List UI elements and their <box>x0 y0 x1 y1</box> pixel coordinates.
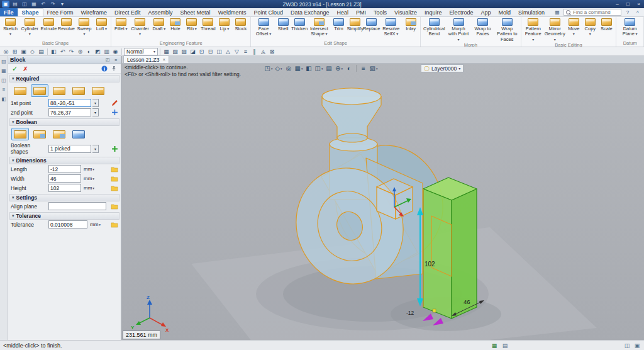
tab-free-form[interactable]: Free Form <box>43 8 77 16</box>
pin-icon[interactable] <box>111 65 117 72</box>
ribbon-button-hole[interactable]: Hole <box>167 18 184 31</box>
half-section-icon[interactable] <box>94 48 102 55</box>
parallel-icon[interactable] <box>250 48 258 55</box>
ribbon-button-revolve[interactable]: Revolve <box>57 18 75 31</box>
ribbon-button-morph-with-point[interactable]: Morph with Point <box>447 18 471 42</box>
first-point-input[interactable] <box>48 99 91 107</box>
ribbon-button-extrude[interactable]: Extrude <box>40 18 57 31</box>
wireframe-mode-icon[interactable] <box>171 48 179 55</box>
close-button[interactable] <box>633 0 644 8</box>
boolean-shapes-input[interactable] <box>48 145 91 153</box>
tab-shape[interactable]: Shape <box>18 8 43 16</box>
transparent-mode-icon[interactable] <box>189 48 197 55</box>
tab-electrode[interactable]: Electrode <box>446 8 477 16</box>
ribbon-button-resolve-selfx[interactable]: Resolve SelfX <box>380 18 402 37</box>
close-document-icon[interactable] <box>163 57 166 62</box>
ribbon-button-sweep[interactable]: Sweep <box>75 18 94 37</box>
section-boolean[interactable]: Boolean <box>9 118 119 126</box>
section-required[interactable]: Required <box>9 75 119 82</box>
second-point-input[interactable] <box>48 108 91 116</box>
tab-file[interactable]: File <box>0 8 18 16</box>
save-icon[interactable] <box>30 1 38 8</box>
block-preview[interactable] <box>423 178 477 319</box>
align-plane-input[interactable] <box>48 202 106 210</box>
tolerance-unit-select[interactable]: mm <box>90 222 101 227</box>
xyz-pick-icon[interactable] <box>111 109 118 116</box>
add-shape-icon[interactable] <box>111 145 118 152</box>
tab-data-exchange[interactable]: Data Exchange <box>287 8 333 16</box>
toggle-display-icon[interactable] <box>85 48 93 55</box>
ribbon-button-wrap-pattern-to-faces[interactable]: Wrap Pattern to Faces <box>495 18 519 42</box>
tab-sheet-metal[interactable]: Sheet Metal <box>177 8 214 16</box>
shading-mode-icon[interactable] <box>294 64 303 72</box>
tab-wireframe[interactable]: Wireframe <box>77 8 111 16</box>
add-pick-icon[interactable] <box>76 48 84 55</box>
tab-simulation[interactable]: Simulation <box>514 8 548 16</box>
ribbon-button-chamfer[interactable]: Chamfer <box>129 18 151 37</box>
normal-display-icon[interactable] <box>233 48 241 55</box>
ribbon-button-rib[interactable]: Rib <box>184 18 200 31</box>
block-type-corner-height[interactable] <box>31 84 48 97</box>
help-icon[interactable] <box>624 9 631 16</box>
length-unit-select[interactable]: mm <box>84 166 94 172</box>
search-input[interactable] <box>573 9 618 15</box>
zoom-in-icon[interactable] <box>335 64 343 72</box>
restore-button[interactable] <box>623 0 633 8</box>
selection-mode-icon[interactable] <box>50 48 58 55</box>
wireframe-view-icon[interactable] <box>304 64 313 72</box>
view-orientation-icon[interactable] <box>264 64 273 72</box>
block-type-center[interactable] <box>50 84 68 97</box>
panel-menu-icon[interactable] <box>113 57 119 63</box>
layout-icon[interactable] <box>553 9 561 16</box>
ok-button[interactable] <box>12 65 18 73</box>
table-status-icon[interactable] <box>501 342 509 349</box>
filter-mode-combo[interactable]: Normal <box>124 48 158 55</box>
height-unit-select[interactable]: mm <box>84 185 94 191</box>
zoom-fit-icon[interactable] <box>284 64 293 72</box>
boolean-intersect[interactable] <box>70 128 87 140</box>
tab-app[interactable]: App <box>477 8 495 16</box>
multi-view-icon[interactable] <box>314 64 323 72</box>
ribbon-button-draft[interactable]: Draft <box>151 18 167 31</box>
pick-filter-icon[interactable] <box>2 48 10 55</box>
expression-folder-icon[interactable] <box>111 185 118 191</box>
list-icon[interactable] <box>242 48 250 55</box>
triangle-mesh-icon[interactable] <box>224 48 232 55</box>
shade-mode-icon[interactable] <box>162 48 170 55</box>
tab-pmi[interactable]: PMI <box>352 8 370 16</box>
close-all-icon[interactable] <box>268 48 276 55</box>
tab-point-cloud[interactable]: Point Cloud <box>250 8 287 16</box>
ribbon-button-move[interactable]: Move <box>565 18 582 37</box>
display-toggle-icon[interactable] <box>633 342 641 349</box>
info-icon[interactable] <box>101 65 108 72</box>
second-point-dropdown-icon[interactable] <box>92 108 99 116</box>
tab-inquire[interactable]: Inquire <box>421 8 446 16</box>
length-input[interactable] <box>48 165 81 173</box>
tab-tools[interactable]: Tools <box>370 8 391 16</box>
standard-view-icon[interactable] <box>274 64 283 72</box>
ribbon-button-lip[interactable]: Lip <box>216 18 233 31</box>
ribbon-button-cylindrical-bend[interactable]: Cylindrical Bend <box>422 18 447 37</box>
ribbon-button-face-offset[interactable]: Face Offset <box>252 18 275 37</box>
display-list-icon[interactable] <box>359 64 368 72</box>
command-search[interactable] <box>564 9 621 16</box>
datum-display-icon[interactable] <box>259 48 267 55</box>
new-file-icon[interactable] <box>11 1 19 8</box>
ribbon-button-sketch[interactable]: Sketch <box>1 18 19 37</box>
ribbon-button-trim[interactable]: Trim <box>331 18 347 31</box>
bounding-box-icon[interactable] <box>197 48 206 55</box>
section-settings[interactable]: Settings <box>9 194 119 201</box>
expression-folder-icon[interactable] <box>111 166 118 172</box>
ribbon-button-thread[interactable]: Thread <box>200 18 216 31</box>
visual-manager-icon[interactable] <box>1 86 8 93</box>
ribbon-button-thicken[interactable]: Thicken <box>291 18 308 31</box>
tab-assembly[interactable]: Assembly <box>145 8 177 16</box>
ribbon-button-stock[interactable]: Stock <box>233 18 249 31</box>
select-shape-icon[interactable] <box>19 48 28 55</box>
layer-selector[interactable]: Layer0000 <box>421 64 464 72</box>
ribbon-button-datum-plane[interactable]: Datum Plane <box>618 18 642 37</box>
pick-point-icon[interactable] <box>111 99 118 106</box>
open-file-icon[interactable] <box>21 1 28 8</box>
expression-folder-icon[interactable] <box>111 176 118 182</box>
panel-toggle-icon[interactable] <box>623 342 631 349</box>
